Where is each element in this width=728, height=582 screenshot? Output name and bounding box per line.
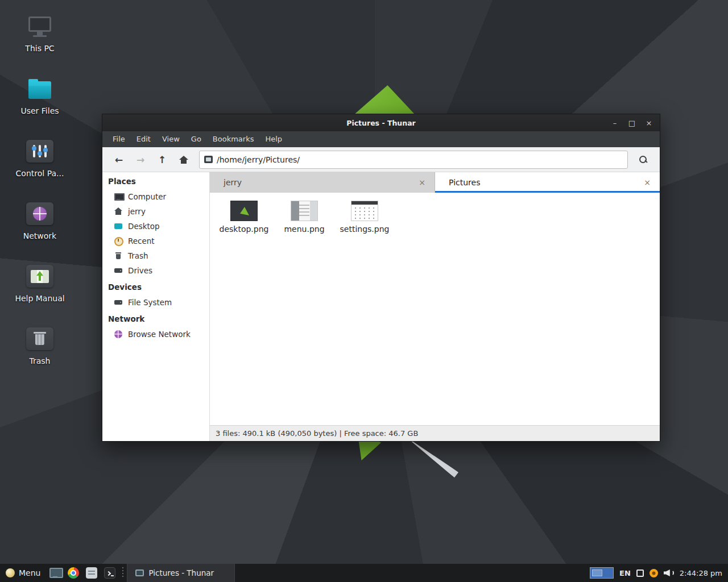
menu-button[interactable]: Menu [0,564,46,582]
clock[interactable]: 2:44:28 pm [680,569,722,577]
path-text: /home/jerry/Pictures/ [217,155,300,164]
back-button[interactable]: ← [108,151,130,169]
tray-icon-notifier[interactable] [650,569,658,577]
workspace-pager[interactable] [590,567,614,579]
drive-icon [114,266,123,275]
file-item-desktop-png[interactable]: desktop.png [216,201,272,234]
show-desktop-icon[interactable] [48,566,62,580]
trash-icon [25,327,55,352]
desktop-icon-help-manual[interactable]: Help Manual [11,265,68,304]
pager-window-miniature [592,569,602,576]
globe-icon [114,330,123,339]
tray-icon-keyboard[interactable] [636,569,644,577]
file-view[interactable]: desktop.png menu.png settings.png [210,193,660,425]
menu-view[interactable]: View [156,131,185,147]
maximize-button[interactable]: □ [623,114,640,131]
desktop-icon-label: Network [11,231,68,241]
tab-label: Pictures [449,178,480,187]
minimize-button[interactable]: – [606,114,623,131]
desktop-icon-trash[interactable]: Trash [11,327,68,366]
path-bar[interactable]: /home/jerry/Pictures/ [199,151,628,169]
desktop-icon-label: Control Pa... [11,168,68,178]
trash-icon [114,251,123,260]
tab-label: jerry [224,178,242,187]
sidebar-item-computer[interactable]: Computer [102,189,209,204]
sidebar-item-drives[interactable]: Drives [102,263,209,278]
file-item-settings-png[interactable]: settings.png [336,201,393,234]
desktop-icon-user-files[interactable]: User Files [11,77,68,116]
sidebar-section-places: Places [102,177,209,189]
home-button[interactable] [173,151,195,169]
tab-pictures[interactable]: Pictures × [435,172,660,193]
desktop-icon-label: User Files [11,106,68,116]
menu-help[interactable]: Help [259,131,288,147]
sidebar-item-desktop[interactable]: Desktop [102,219,209,234]
close-button[interactable]: × [640,114,657,131]
tab-close-icon[interactable]: × [642,178,653,187]
status-bar: 3 files: 490.1 kB (490,050 bytes) | Free… [210,425,660,441]
volume-icon[interactable] [664,568,674,577]
file-manager-icon[interactable] [86,567,97,579]
desktop-icon-this-pc[interactable]: This PC [11,15,68,53]
menu-button-label: Menu [19,568,40,577]
sidebar-item-label: Trash [128,251,148,260]
sidebar-section-devices: Devices [102,282,209,295]
computer-icon [114,192,123,201]
tab-jerry[interactable]: jerry × [210,172,435,193]
file-name: menu.png [276,225,333,234]
menu-edit[interactable]: Edit [131,131,156,147]
language-indicator[interactable]: EN [619,569,631,577]
terminal-icon[interactable] [104,567,115,579]
sidebar-item-label: Computer [128,192,166,201]
sidebar-item-trash[interactable]: Trash [102,248,209,263]
menu-go[interactable]: Go [185,131,207,147]
home-icon [180,156,188,164]
help-manual-icon [25,265,55,290]
chrome-browser-icon[interactable] [68,567,79,579]
tab-bar: jerry × Pictures × [210,172,660,193]
sidebar-item-label: jerry [128,207,146,216]
folder-icon [25,77,55,102]
sidebar: Places Computer jerry Desktop Recent [102,172,210,441]
sidebar-item-label: Recent [128,236,155,246]
search-button[interactable] [632,151,654,169]
status-text: 3 files: 490.1 kB (490,050 bytes) | Free… [216,429,418,438]
menu-icon [6,568,15,577]
up-button[interactable]: ↑ [151,151,173,169]
file-item-menu-png[interactable]: menu.png [276,201,333,234]
taskbar-separator [122,567,123,579]
menu-bookmarks[interactable]: Bookmarks [207,131,260,147]
task-button-thunar[interactable]: Pictures - Thunar [127,564,235,582]
location-icon [204,156,213,163]
desktop-icon [114,222,123,231]
sidebar-item-jerry[interactable]: jerry [102,204,209,219]
menu-file[interactable]: File [107,131,131,147]
file-name: desktop.png [216,225,272,234]
sidebar-item-label: Drives [128,266,152,275]
desktop-icon-label: This PC [11,43,68,53]
file-thumbnail [351,201,378,221]
desktop-icon-label: Help Manual [11,293,68,304]
home-icon [114,207,123,216]
sidebar-item-label: Browse Network [128,330,191,339]
tab-close-icon[interactable]: × [416,178,428,187]
wallpaper-logo-shard [354,85,415,115]
control-panel-icon [25,140,55,165]
sidebar-item-label: File System [128,298,172,307]
menubar: File Edit View Go Bookmarks Help [102,131,660,147]
desktop-icon-network[interactable]: Network [11,202,68,241]
titlebar[interactable]: Pictures - Thunar – □ × [102,114,660,131]
taskbar: Menu Pictures - Thunar EN 2:44:28 pm [0,564,728,582]
sidebar-section-network: Network [102,314,209,327]
desktop-icons: This PC User Files Control Pa... Network… [11,15,68,390]
computer-icon [25,15,55,40]
sidebar-item-browse-network[interactable]: Browse Network [102,327,209,342]
desktop-icon-label: Trash [11,356,68,366]
desktop-icon-control-panel[interactable]: Control Pa... [11,140,68,178]
desktop: This PC User Files Control Pa... Network… [0,0,728,582]
toolbar: ← → ↑ /home/jerry/Pictures/ [102,147,660,172]
sidebar-item-recent[interactable]: Recent [102,234,209,248]
window-controls: – □ × [606,114,657,131]
sidebar-item-file-system[interactable]: File System [102,295,209,310]
forward-button[interactable]: → [130,151,151,169]
